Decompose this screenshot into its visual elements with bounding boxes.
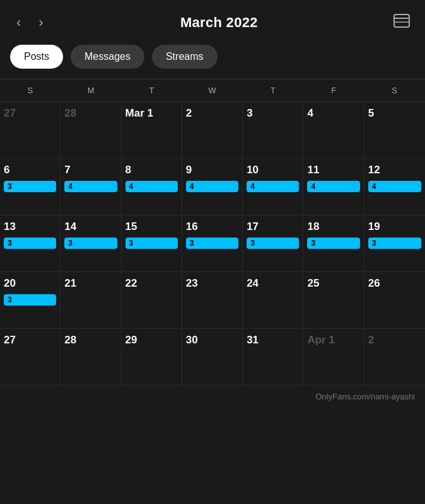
- calendar-cell[interactable]: 84: [122, 159, 182, 215]
- calendar-cell[interactable]: 27: [0, 102, 61, 159]
- calendar-cell[interactable]: 26: [364, 272, 425, 329]
- cell-day-number: 22: [125, 277, 178, 290]
- event-badge[interactable]: 4: [368, 181, 421, 192]
- cell-day-number: 28: [64, 107, 117, 120]
- tab-streams[interactable]: Streams: [152, 45, 218, 69]
- event-badge[interactable]: 3: [64, 238, 117, 249]
- calendar-cell[interactable]: 23: [182, 272, 243, 329]
- calendar-cell[interactable]: 163: [182, 215, 243, 272]
- calendar-cell[interactable]: 27: [0, 329, 61, 386]
- cell-day-number: 20: [4, 277, 56, 290]
- next-month-button[interactable]: ›: [35, 13, 47, 32]
- cell-day-number: 4: [307, 107, 359, 120]
- calendar-cell[interactable]: 173: [243, 215, 303, 272]
- svg-rect-0: [394, 14, 409, 27]
- calendar-cell[interactable]: 2: [364, 329, 425, 386]
- cell-day-number: 12: [368, 164, 421, 176]
- cell-day-number: 6: [4, 164, 56, 176]
- cell-day-number: 13: [4, 220, 56, 233]
- cell-day-number: 2: [368, 334, 421, 346]
- event-badge[interactable]: 3: [4, 181, 56, 192]
- calendar-cell[interactable]: 3: [243, 102, 303, 159]
- calendar-cell[interactable]: 193: [364, 215, 425, 272]
- header: ‹ › March 2022: [0, 0, 425, 42]
- event-badge[interactable]: 4: [247, 181, 299, 192]
- day-header-wed: W: [182, 79, 243, 101]
- cell-day-number: 23: [186, 277, 238, 290]
- calendar-cell[interactable]: 203: [0, 272, 61, 329]
- calendar-cell[interactable]: 31: [243, 329, 303, 386]
- cell-day-number: 16: [186, 220, 238, 233]
- calendar-cell[interactable]: 104: [243, 159, 303, 215]
- event-badge[interactable]: 3: [186, 238, 238, 249]
- calendar-cell[interactable]: 25: [303, 272, 364, 329]
- cell-day-number: 11: [307, 164, 359, 176]
- calendar-cell[interactable]: 29: [122, 329, 182, 386]
- prev-month-button[interactable]: ‹: [13, 13, 25, 32]
- event-badge[interactable]: 3: [247, 238, 299, 249]
- cell-day-number: 14: [64, 220, 117, 233]
- cell-day-number: 27: [4, 334, 56, 346]
- event-badge[interactable]: 3: [4, 238, 56, 249]
- calendar-cell[interactable]: 63: [0, 159, 61, 215]
- cell-day-number: 25: [307, 277, 359, 290]
- cell-day-number: 5: [368, 107, 421, 120]
- tab-bar: Posts Messages Streams: [0, 42, 425, 79]
- calendar-cell[interactable]: 4: [303, 102, 364, 159]
- calendar-cell[interactable]: Mar 1: [122, 102, 182, 159]
- day-headers: S M T W T F S: [0, 79, 425, 102]
- event-badge[interactable]: 3: [368, 238, 421, 249]
- calendar-cell[interactable]: 30: [182, 329, 243, 386]
- calendar-cell[interactable]: 74: [61, 159, 121, 215]
- cell-day-number: 24: [247, 277, 299, 290]
- event-badge[interactable]: 3: [307, 238, 359, 249]
- cell-day-number: 8: [125, 164, 178, 176]
- calendar-cell[interactable]: 28: [61, 102, 121, 159]
- day-header-tue: T: [122, 79, 182, 101]
- calendar-cell[interactable]: 5: [364, 102, 425, 159]
- tab-posts[interactable]: Posts: [10, 45, 63, 69]
- event-badge[interactable]: 4: [307, 181, 359, 192]
- tab-messages[interactable]: Messages: [71, 45, 144, 69]
- day-header-sun: S: [0, 79, 61, 101]
- calendar-cell[interactable]: 28: [61, 329, 121, 386]
- cell-day-number: 26: [368, 277, 421, 290]
- event-badge[interactable]: 4: [64, 181, 117, 192]
- cell-day-number: 15: [125, 220, 178, 233]
- cell-day-number: 2: [186, 107, 238, 120]
- cell-day-number: Apr 1: [307, 334, 359, 346]
- event-badge[interactable]: 4: [125, 181, 178, 192]
- cell-day-number: 27: [4, 107, 56, 120]
- calendar-cell[interactable]: 183: [303, 215, 364, 272]
- calendar-cell[interactable]: 94: [182, 159, 243, 215]
- cell-day-number: 7: [64, 164, 117, 176]
- calendar-icon-button[interactable]: [391, 11, 412, 33]
- calendar-cell[interactable]: 21: [61, 272, 121, 329]
- calendar-cell[interactable]: 114: [303, 159, 364, 215]
- calendar-cell[interactable]: 153: [122, 215, 182, 272]
- calendar-cell[interactable]: 22: [122, 272, 182, 329]
- cell-day-number: 10: [247, 164, 299, 176]
- event-badge[interactable]: 3: [125, 238, 178, 249]
- month-title: March 2022: [180, 14, 258, 31]
- cell-day-number: 9: [186, 164, 238, 176]
- calendar-cell[interactable]: 143: [61, 215, 121, 272]
- cell-day-number: 31: [247, 334, 299, 346]
- calendar-cell[interactable]: 24: [243, 272, 303, 329]
- cell-day-number: 30: [186, 334, 238, 346]
- cell-day-number: 28: [64, 334, 117, 346]
- calendar-cell[interactable]: 2: [182, 102, 243, 159]
- event-badge[interactable]: 4: [186, 181, 238, 192]
- cell-day-number: 29: [125, 334, 178, 346]
- calendar-cell[interactable]: Apr 1: [303, 329, 364, 386]
- cell-day-number: 21: [64, 277, 117, 290]
- calendar-cell[interactable]: 124: [364, 159, 425, 215]
- watermark: OnlyFans.com/nami-ayashi: [0, 386, 425, 406]
- calendar-cell[interactable]: 133: [0, 215, 61, 272]
- day-header-mon: M: [61, 79, 121, 101]
- cell-day-number: 19: [368, 220, 421, 233]
- day-header-fri: F: [303, 79, 364, 101]
- event-badge[interactable]: 3: [4, 294, 56, 306]
- cell-day-number: 18: [307, 220, 359, 233]
- day-header-thu: T: [243, 79, 303, 101]
